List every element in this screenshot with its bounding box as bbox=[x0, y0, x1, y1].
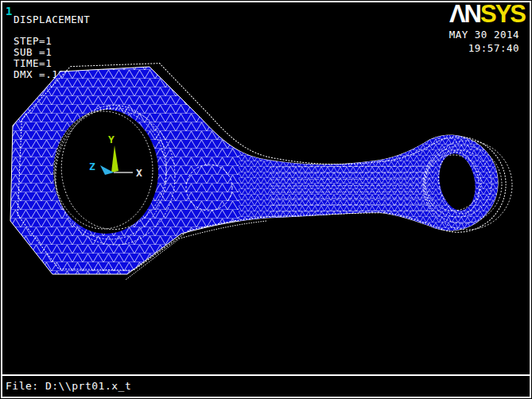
graphics-viewport[interactable]: X Y Z bbox=[0, 0, 532, 399]
triad-y-label: Y bbox=[108, 134, 115, 145]
triad-x-label: X bbox=[136, 167, 142, 179]
deformed-mesh bbox=[10, 67, 505, 274]
ansys-graphics-window: 1 DISPLACEMENT STEP=1 SUB =1 TIME=1 DMX … bbox=[0, 0, 532, 399]
file-path-text: File: D:\\prt01.x_t bbox=[6, 380, 131, 392]
triad-z-label: Z bbox=[89, 161, 95, 172]
statusbar-divider bbox=[2, 374, 530, 376]
